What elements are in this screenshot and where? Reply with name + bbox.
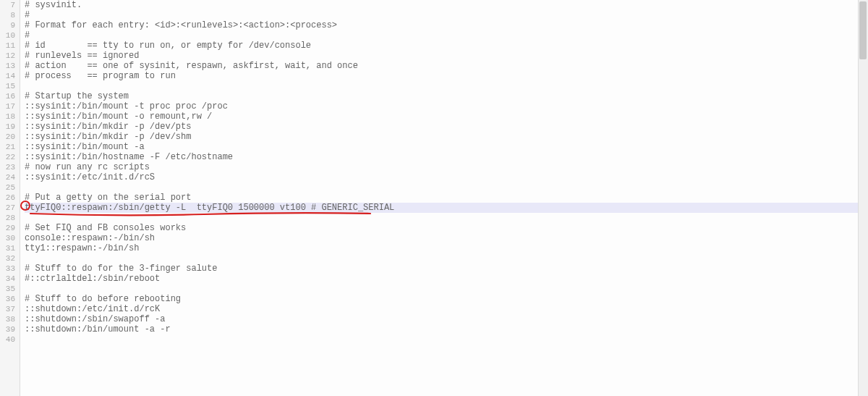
- code-line[interactable]: # sysvinit.: [25, 0, 868, 10]
- line-number-gutter: 7891011121314151617181920212223242526272…: [0, 0, 20, 396]
- code-line[interactable]: # Startup the system: [25, 91, 868, 101]
- code-line[interactable]: ttyFIQ0::respawn:/sbin/getty -L ttyFIQ0 …: [25, 203, 868, 213]
- code-line[interactable]: [25, 284, 868, 294]
- code-line[interactable]: ::sysinit:/bin/mount -o remount,rw /: [25, 111, 868, 122]
- code-line[interactable]: # id == tty to run on, or empty for /dev…: [25, 41, 868, 51]
- code-line[interactable]: # Set FIQ and FB consoles works: [25, 223, 868, 233]
- line-number: 31: [0, 243, 15, 253]
- code-line[interactable]: ::shutdown:/bin/umount -a -r: [25, 324, 868, 334]
- code-line[interactable]: ::sysinit:/bin/mkdir -p /dev/shm: [25, 132, 868, 142]
- line-number: 19: [0, 122, 15, 132]
- code-line[interactable]: ::sysinit:/bin/mount -t proc proc /proc: [25, 101, 868, 111]
- code-line[interactable]: ::sysinit:/bin/hostname -F /etc/hostname: [25, 152, 868, 162]
- code-line[interactable]: ::shutdown:/sbin/swapoff -a: [25, 314, 868, 324]
- code-line[interactable]: # action == one of sysinit, respawn, ask…: [25, 61, 868, 71]
- line-number: 18: [0, 111, 15, 122]
- line-number: 10: [0, 30, 15, 41]
- line-number: 25: [0, 182, 15, 193]
- code-line[interactable]: # runlevels == ignored: [25, 51, 868, 61]
- line-number: 17: [0, 101, 15, 111]
- line-number: 39: [0, 324, 15, 334]
- line-number: 23: [0, 162, 15, 172]
- code-line[interactable]: # now run any rc scripts: [25, 162, 868, 172]
- code-line[interactable]: #::ctrlaltdel:/sbin/reboot: [25, 274, 868, 284]
- line-number: 9: [0, 20, 15, 30]
- line-number: 28: [0, 213, 15, 223]
- code-line[interactable]: # Format for each entry: <id>:<runlevels…: [25, 20, 868, 30]
- code-line[interactable]: # process == program to run: [25, 71, 868, 81]
- code-line[interactable]: # Stuff to do before rebooting: [25, 294, 868, 304]
- line-number: 35: [0, 284, 15, 294]
- code-line[interactable]: ::sysinit:/bin/mount -a: [25, 142, 868, 152]
- line-number: 21: [0, 142, 15, 152]
- line-number: 38: [0, 314, 15, 324]
- line-number: 30: [0, 233, 15, 243]
- line-number: 34: [0, 274, 15, 284]
- code-line[interactable]: console::respawn:-/bin/sh: [25, 233, 868, 243]
- line-number: 20: [0, 132, 15, 142]
- line-number: 16: [0, 91, 15, 101]
- line-number: 29: [0, 223, 15, 233]
- code-line[interactable]: # Stuff to do for the 3-finger salute: [25, 264, 868, 274]
- code-line[interactable]: [25, 253, 868, 264]
- code-line[interactable]: [25, 182, 868, 193]
- line-number: 33: [0, 264, 15, 274]
- line-number: 13: [0, 61, 15, 71]
- code-editor[interactable]: 7891011121314151617181920212223242526272…: [0, 0, 868, 396]
- line-number: 15: [0, 81, 15, 91]
- code-line[interactable]: tty1::respawn:-/bin/sh: [25, 243, 868, 253]
- line-number: 37: [0, 304, 15, 314]
- line-number: 8: [0, 10, 15, 20]
- line-number: 26: [0, 193, 15, 203]
- code-line[interactable]: ::sysinit:/etc/init.d/rcS: [25, 172, 868, 182]
- line-number: 22: [0, 152, 15, 162]
- line-number: 12: [0, 51, 15, 61]
- line-number: 32: [0, 253, 15, 264]
- line-number: 27: [0, 203, 15, 213]
- line-number: 14: [0, 71, 15, 81]
- code-line[interactable]: #: [25, 30, 868, 41]
- code-line[interactable]: [25, 213, 868, 223]
- line-number: 11: [0, 41, 15, 51]
- vertical-scrollbar[interactable]: [858, 0, 868, 396]
- code-line[interactable]: ::sysinit:/bin/mkdir -p /dev/pts: [25, 122, 868, 132]
- code-line[interactable]: ::shutdown:/etc/init.d/rcK: [25, 304, 868, 314]
- code-line[interactable]: # Put a getty on the serial port: [25, 193, 868, 203]
- line-number: 7: [0, 0, 15, 10]
- code-line[interactable]: [25, 334, 868, 345]
- line-number: 24: [0, 172, 15, 182]
- line-number: 36: [0, 294, 15, 304]
- code-line[interactable]: [25, 81, 868, 91]
- code-area[interactable]: # sysvinit.## Format for each entry: <id…: [20, 0, 868, 396]
- code-line[interactable]: #: [25, 10, 868, 20]
- line-number: 40: [0, 334, 15, 345]
- scrollbar-thumb[interactable]: [859, 1, 867, 59]
